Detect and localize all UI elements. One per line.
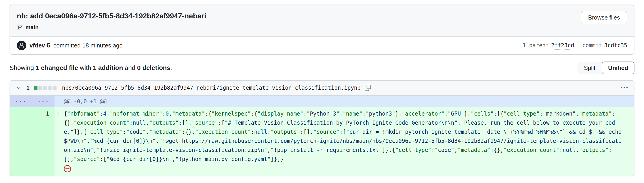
commit-card: nb: add 0eca096a-9712-5fb5-8d34-192b82af… bbox=[10, 4, 634, 55]
file-changes-count: 1 bbox=[26, 85, 30, 91]
diffstat-squares bbox=[34, 86, 56, 90]
diff-summary-row: Showing 1 changed file with 1 addition a… bbox=[10, 62, 634, 74]
commit-sha-block: 1 parent 2ff23cd commit 3cdfc35 bbox=[522, 42, 627, 48]
summary-prefix: Showing bbox=[10, 64, 36, 71]
copy-icon bbox=[365, 85, 371, 91]
summary-and: and bbox=[123, 64, 137, 71]
parent-sha-link[interactable]: 2ff23cd bbox=[551, 42, 574, 48]
file-path[interactable]: nbs/0eca096a-9712-5fb5-8d34-192b82af9947… bbox=[62, 85, 360, 91]
browse-files-button[interactable]: Browse files bbox=[581, 11, 627, 24]
split-view-button[interactable]: Split bbox=[578, 62, 602, 74]
chevron-down-icon bbox=[16, 85, 22, 91]
diff-table: ··· ··· @@ -0,0 +1 @@ 1 + {"nbformat":4,… bbox=[10, 96, 634, 176]
branch-indicator[interactable]: main bbox=[17, 24, 206, 31]
summary-changed-files: 1 changed file bbox=[36, 64, 78, 71]
summary-suffix: . bbox=[170, 64, 172, 71]
hunk-gutter: ··· ··· bbox=[10, 96, 54, 108]
commit-sha: 3cdfc35 bbox=[604, 42, 627, 48]
commit-label: commit bbox=[582, 42, 602, 48]
copy-path-button[interactable] bbox=[364, 84, 372, 92]
summary-with: with bbox=[78, 64, 93, 71]
unified-view-button[interactable]: Unified bbox=[602, 62, 634, 74]
file-options-button[interactable] bbox=[620, 84, 629, 92]
branch-name: main bbox=[26, 24, 38, 31]
expand-hunk-down[interactable]: ··· bbox=[32, 96, 54, 108]
commit-author[interactable]: vfdev-5 bbox=[30, 42, 50, 49]
kebab-horizontal-icon bbox=[621, 84, 628, 91]
diff-view-toggle: Split Unified bbox=[578, 62, 634, 74]
commit-author-block: vfdev-5 committed 18 minutes ago bbox=[17, 41, 122, 50]
commit-meta-row: vfdev-5 committed 18 minutes ago 1 paren… bbox=[10, 36, 634, 54]
diff-hunk-row: ··· ··· @@ -0,0 +1 @@ bbox=[10, 96, 634, 108]
expand-hunk-up[interactable]: ··· bbox=[10, 96, 32, 108]
file-diff-card: 1 nbs/0eca096a-9712-5fb5-8d34-192b82af99… bbox=[10, 80, 634, 176]
diff-addition-row: 1 + {"nbformat":4,"nbformat_minor":0,"me… bbox=[10, 108, 634, 176]
commit-title-block: nb: add 0eca096a-9712-5fb5-8d34-192b82af… bbox=[17, 11, 206, 31]
hunk-header-text: @@ -0,0 +1 @@ bbox=[54, 96, 634, 108]
collapse-file-button[interactable] bbox=[15, 84, 23, 92]
summary-deletions: 0 deletions bbox=[137, 64, 170, 71]
git-branch-icon bbox=[17, 24, 23, 31]
diff-code-line: + {"nbformat":4,"nbformat_minor":0,"meta… bbox=[57, 109, 624, 164]
line-number[interactable]: 1 bbox=[10, 108, 54, 176]
avatar[interactable] bbox=[17, 41, 26, 50]
commit-page: nb: add 0eca096a-9712-5fb5-8d34-192b82af… bbox=[0, 0, 644, 176]
commit-card-header: nb: add 0eca096a-9712-5fb5-8d34-192b82af… bbox=[10, 5, 634, 36]
parent-label: 1 parent bbox=[522, 42, 549, 48]
commit-title: nb: add 0eca096a-9712-5fb5-8d34-192b82af… bbox=[17, 11, 206, 20]
diff-summary-text: Showing 1 changed file with 1 addition a… bbox=[10, 64, 172, 72]
person-icon bbox=[18, 42, 24, 48]
commit-time-text: committed 18 minutes ago bbox=[53, 42, 122, 49]
diff-code-cell: + {"nbformat":4,"nbformat_minor":0,"meta… bbox=[54, 108, 634, 176]
file-header: 1 nbs/0eca096a-9712-5fb5-8d34-192b82af99… bbox=[10, 80, 634, 96]
summary-additions: 1 addition bbox=[93, 64, 123, 71]
no-newline-icon bbox=[64, 165, 71, 172]
